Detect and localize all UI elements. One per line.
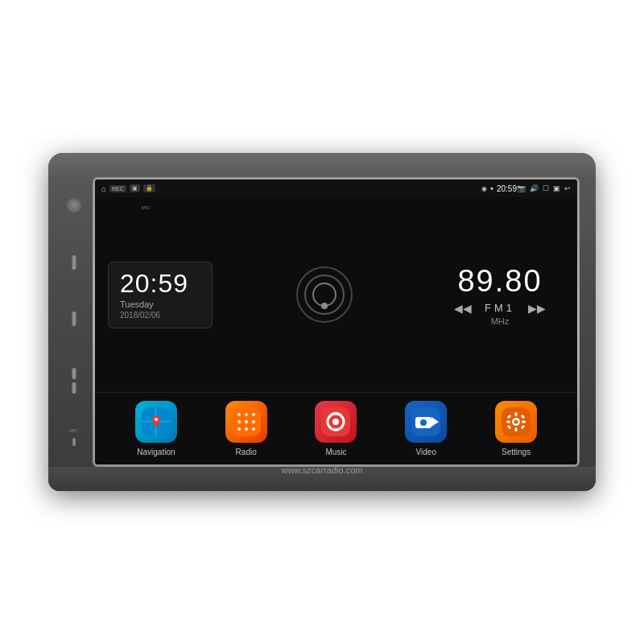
- clock-time: 20:59: [120, 270, 200, 296]
- radio-app-icon[interactable]: [225, 401, 267, 443]
- settings-app-label: Settings: [502, 448, 530, 456]
- fm-display: 89.80 ◀◀ FM1 ▶▶ MHz: [436, 264, 564, 326]
- fm-controls: ◀◀ FM1 ▶▶: [454, 302, 546, 315]
- unknown-button-1[interactable]: [72, 255, 76, 270]
- lock-label: 🔒: [143, 184, 155, 192]
- svg-point-18: [332, 419, 339, 425]
- radio-body: MIC MIC ⌂ REC ▣ 🔒 ◉ ▾: [48, 153, 596, 491]
- svg-point-11: [245, 420, 248, 423]
- status-center: ◉ ▾ 20:59: [481, 184, 517, 193]
- svg-rect-28: [506, 421, 510, 423]
- signal-dot: [321, 303, 328, 309]
- video-app-icon[interactable]: [405, 401, 447, 443]
- wifi-icon: ▾: [490, 185, 493, 192]
- signal-widget: [213, 262, 436, 327]
- music-app-icon[interactable]: [315, 401, 357, 443]
- svg-point-4: [155, 418, 158, 421]
- settings-app-icon[interactable]: [495, 401, 537, 443]
- back-icon[interactable]: ↩: [564, 184, 571, 192]
- gps-icon: ◉: [481, 185, 487, 192]
- nav-app-label: Navigation: [137, 448, 175, 456]
- svg-point-9: [252, 413, 255, 416]
- screen-label: ▣: [130, 184, 140, 192]
- svg-point-13: [237, 427, 241, 431]
- status-time: 20:59: [497, 184, 517, 193]
- home-icon[interactable]: ⌂: [101, 184, 106, 193]
- svg-point-12: [252, 420, 255, 423]
- camera-icon: 📷: [517, 184, 526, 192]
- watermark: www.szcarradio.com: [282, 465, 363, 475]
- app-grid: Navigation: [95, 392, 577, 464]
- nav-app-item[interactable]: Navigation: [135, 401, 177, 456]
- svg-point-15: [252, 427, 255, 431]
- radio-icon-svg: [232, 407, 261, 436]
- music-icon-svg: [321, 407, 350, 436]
- window-icon: ▣: [553, 184, 560, 192]
- screen-frame: MIC ⌂ REC ▣ 🔒 ◉ ▾ 20:59 📷: [93, 177, 580, 467]
- volume-down-button[interactable]: [72, 382, 76, 394]
- screen-rect-icon: ☐: [543, 184, 549, 192]
- video-app-label: Video: [416, 448, 436, 456]
- status-bar: ⌂ REC ▣ 🔒 ◉ ▾ 20:59 📷 🔊 ☐ ▣: [95, 180, 577, 197]
- music-app-label: Music: [325, 448, 346, 456]
- settings-app-item[interactable]: Settings: [495, 401, 537, 456]
- svg-point-8: [245, 413, 248, 416]
- svg-rect-29: [522, 421, 526, 423]
- svg-point-7: [237, 413, 241, 416]
- reset-label: MIC: [69, 428, 78, 433]
- radio-app-label: Radio: [236, 448, 257, 456]
- clock-date: 2018/02/06: [120, 311, 200, 320]
- speaker-icon: 🔊: [530, 184, 539, 192]
- svg-point-14: [245, 427, 248, 431]
- fm-next-button[interactable]: ▶▶: [528, 302, 546, 315]
- svg-point-10: [237, 420, 241, 423]
- fm-unit: MHz: [491, 316, 510, 326]
- svg-rect-27: [515, 427, 518, 431]
- nav-app-icon[interactable]: [135, 401, 177, 443]
- video-app-item[interactable]: Video: [405, 401, 447, 456]
- clock-widget: 20:59 Tuesday 2018/02/06: [108, 262, 213, 328]
- nav-icon-svg: [142, 407, 171, 436]
- left-side-controls: MIC: [58, 153, 90, 491]
- music-app-item[interactable]: Music: [315, 401, 357, 456]
- fm-prev-button[interactable]: ◀◀: [454, 302, 472, 315]
- car-radio-unit: MIC MIC ⌂ REC ▣ 🔒 ◉ ▾: [48, 153, 596, 491]
- reset-button[interactable]: [72, 438, 76, 446]
- svg-rect-26: [515, 412, 518, 416]
- unknown-button-2[interactable]: [72, 312, 76, 326]
- clock-day: Tuesday: [120, 299, 200, 309]
- signal-rings: [292, 262, 357, 327]
- fm-frequency: 89.80: [457, 264, 542, 299]
- radio-app-item[interactable]: Radio: [225, 401, 267, 456]
- screen: MIC ⌂ REC ▣ 🔒 ◉ ▾ 20:59 📷: [95, 180, 577, 464]
- svg-point-21: [420, 419, 427, 426]
- body-top-curve: [48, 153, 596, 177]
- svg-point-25: [514, 420, 518, 424]
- power-button[interactable]: [67, 198, 81, 213]
- mic-label: MIC: [142, 205, 151, 210]
- settings-icon-svg: [502, 407, 530, 436]
- volume-up-button[interactable]: [72, 368, 76, 379]
- status-left: ⌂ REC ▣ 🔒: [101, 184, 481, 193]
- radio-display: 20:59 Tuesday 2018/02/06: [95, 197, 577, 392]
- status-right: 📷 🔊 ☐ ▣ ↩: [517, 184, 571, 192]
- rec-label: REC: [109, 185, 126, 192]
- video-icon-svg: [411, 407, 440, 436]
- fm-band: FM1: [485, 302, 515, 314]
